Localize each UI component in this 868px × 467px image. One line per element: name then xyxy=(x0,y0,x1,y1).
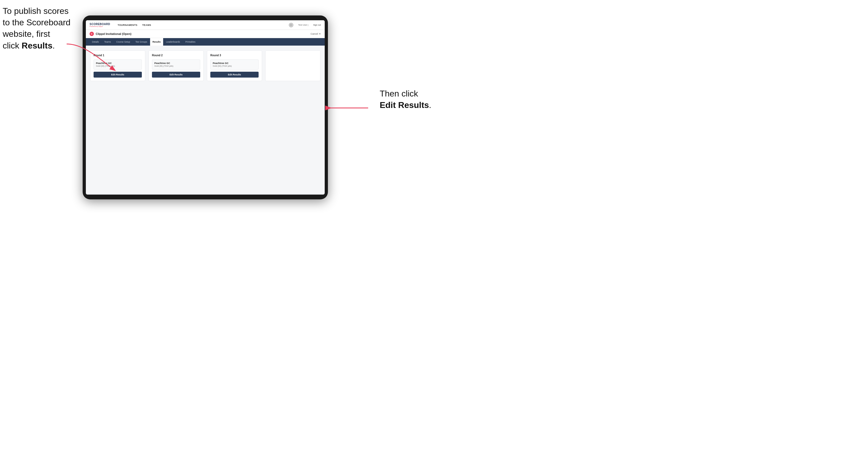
nav-signout[interactable]: Sign out xyxy=(313,24,321,26)
course-detail-1: Gold (M) (7010 yds) xyxy=(96,65,140,67)
tablet-shell: SCOREBOARD Powered by clippd TOURNAMENTS… xyxy=(83,15,328,199)
tab-leaderboards[interactable]: Leaderboards xyxy=(164,38,182,45)
sub-tabs: DetailsTeamsCourse SetupTee GroupsResult… xyxy=(86,38,325,45)
arrow-right-indicator xyxy=(327,100,370,117)
logo-powered: Powered by clippd xyxy=(90,26,110,27)
course-card-1: Peachtree GCGold (M) (7010 yds) xyxy=(94,59,142,69)
course-card-3: Peachtree GCGold (M) (7010 yds) xyxy=(210,59,258,69)
tab-details[interactable]: Details xyxy=(90,38,101,45)
tab-tee-groups[interactable]: Tee Groups xyxy=(133,38,150,45)
tournament-icon: C xyxy=(90,32,94,36)
tournament-header: C Clippd Invitational (Open) Cancel ✕ xyxy=(86,30,325,38)
course-card-2: Peachtree GCGold (M) (7010 yds) xyxy=(152,59,200,69)
course-name-1: Peachtree GC xyxy=(96,62,140,64)
tablet-screen: SCOREBOARD Powered by clippd TOURNAMENTS… xyxy=(86,20,325,195)
logo-scoreboard: SCOREBOARD xyxy=(90,23,110,26)
tab-printables[interactable]: Printables xyxy=(183,38,198,45)
round-card-4 xyxy=(265,51,320,81)
course-name-3: Peachtree GC xyxy=(213,62,256,64)
nav-avatar: U xyxy=(289,23,293,27)
course-detail-3: Gold (M) (7010 yds) xyxy=(213,65,256,67)
round-card-1: Round 1Peachtree GCGold (M) (7010 yds)Ed… xyxy=(90,51,145,81)
nav-teams[interactable]: TEAMS xyxy=(142,24,151,26)
tab-teams[interactable]: Teams xyxy=(102,38,113,45)
round-card-2: Round 2Peachtree GCGold (M) (7010 yds)Ed… xyxy=(149,51,204,81)
cancel-button[interactable]: Cancel ✕ xyxy=(311,33,321,35)
tab-results[interactable]: Results xyxy=(150,38,163,45)
top-nav: SCOREBOARD Powered by clippd TOURNAMENTS… xyxy=(86,20,325,30)
edit-results-button-2[interactable]: Edit Results xyxy=(152,72,200,77)
nav-tournaments[interactable]: TOURNAMENTS xyxy=(118,24,137,26)
round-card-3: Round 3Peachtree GCGold (M) (7010 yds)Ed… xyxy=(207,51,262,81)
round-title-2: Round 2 xyxy=(152,54,200,57)
course-name-2: Peachtree GC xyxy=(154,62,198,64)
rounds-grid: Round 1Peachtree GCGold (M) (7010 yds)Ed… xyxy=(90,51,320,81)
cancel-x-icon: ✕ xyxy=(319,33,321,35)
logo-area: SCOREBOARD Powered by clippd xyxy=(90,23,110,27)
edit-results-button-3[interactable]: Edit Results xyxy=(210,72,258,77)
nav-user: Test User | xyxy=(298,24,308,26)
tab-course-setup[interactable]: Course Setup xyxy=(114,38,132,45)
tournament-name: Clippd Invitational (Open) xyxy=(96,32,311,35)
main-content: Round 1Peachtree GCGold (M) (7010 yds)Ed… xyxy=(86,45,325,193)
annotation-left: To publish scores to the Scoreboard webs… xyxy=(3,5,70,52)
annotation-right: Then click Edit Results. xyxy=(380,88,431,111)
round-title-3: Round 3 xyxy=(210,54,258,57)
course-detail-2: Gold (M) (7010 yds) xyxy=(154,65,198,67)
edit-results-button-1[interactable]: Edit Results xyxy=(94,72,142,77)
round-title-1: Round 1 xyxy=(94,54,142,57)
